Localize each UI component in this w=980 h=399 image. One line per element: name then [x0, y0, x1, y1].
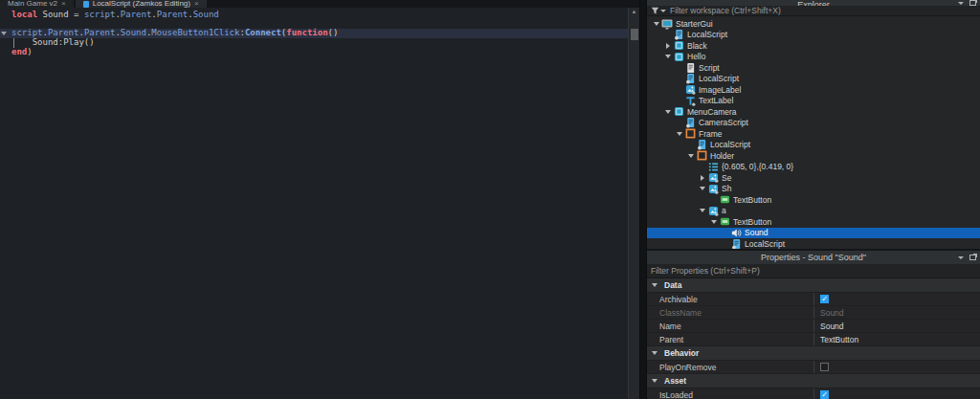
checkbox-unchecked[interactable] — [820, 363, 829, 371]
explorer-tree-item[interactable]: LocalScript — [647, 30, 980, 41]
tab-label: Main Game v2 — [8, 0, 57, 8]
tree-item-label: MenuCamera — [687, 107, 737, 117]
tree-item-label: TextLabel — [699, 96, 733, 105]
screengui-icon — [673, 40, 684, 52]
property-value[interactable]: Sound — [813, 320, 980, 332]
explorer-tree-item[interactable]: Hello — [647, 52, 980, 63]
filter-funnel-icon[interactable] — [651, 7, 666, 15]
explorer-tree-item[interactable]: CameraScript — [647, 118, 980, 129]
tree-item-label: StarterGui — [676, 19, 713, 29]
checkbox-checked[interactable]: ✓ — [820, 390, 829, 399]
explorer-tree-item[interactable]: TextLabel — [647, 96, 980, 107]
tree-item-label: LocalScript — [699, 74, 739, 83]
localscript-icon — [696, 139, 707, 150]
expander-open-icon[interactable] — [698, 187, 707, 190]
explorer-tree-item[interactable]: TextButton — [647, 194, 980, 206]
script-icon — [684, 62, 696, 74]
property-value: Sound — [813, 306, 980, 319]
checkbox-checked[interactable]: ✓ — [820, 295, 829, 303]
listlayout-icon — [707, 161, 719, 172]
scrollbar-up-icon[interactable]: ▲ — [629, 8, 639, 16]
property-section-header[interactable]: Behavior — [647, 346, 980, 361]
code-editor[interactable]: local Sound = script.Parent.Parent.Sound… — [0, 8, 639, 388]
tree-item-label: LocalScript — [687, 30, 727, 39]
chevron-down-icon[interactable] — [958, 256, 964, 259]
explorer-tree-item[interactable]: {0.605, 0},{0.419, 0} — [647, 162, 980, 173]
code-token: script — [11, 28, 43, 37]
explorer-title: Explorer — [797, 0, 830, 6]
code-token: local — [11, 10, 37, 19]
explorer-tree-item[interactable]: Se — [647, 172, 980, 184]
side-panels: Explorer Filter workspace (Ctrl+Shift+X)… — [647, 0, 980, 399]
property-value[interactable]: TextButton — [813, 333, 980, 345]
properties-header: Properties - Sound "Sound" — [647, 251, 980, 264]
tree-item-label: Se — [722, 173, 731, 183]
tree-item-label: TextButton — [733, 195, 771, 205]
expander-open-icon[interactable] — [709, 220, 719, 224]
frame-icon — [696, 150, 707, 162]
explorer-tree-item[interactable]: Script — [647, 62, 980, 74]
expander-open-icon[interactable] — [663, 55, 673, 58]
imagelabel-icon — [707, 172, 719, 184]
tab-close-icon[interactable]: × — [61, 0, 66, 8]
code-token: Connect — [245, 28, 281, 37]
properties-title: Properties - Sound "Sound" — [761, 253, 866, 262]
explorer-tree-item[interactable]: TextButton — [647, 216, 980, 228]
code-token: Parent — [121, 10, 152, 19]
property-row: ParentTextButton — [647, 333, 980, 346]
explorer-filter-placeholder: Filter workspace (Ctrl+Shift+X) — [670, 6, 781, 15]
fold-arrow-icon[interactable] — [1, 32, 7, 35]
expander-closed-icon[interactable] — [698, 175, 707, 181]
expander-open-icon[interactable] — [650, 283, 659, 287]
imagelabel-icon — [684, 84, 696, 96]
explorer-filter-input[interactable]: Filter workspace (Ctrl+Shift+X) — [647, 6, 980, 16]
property-section-header[interactable]: Data — [647, 278, 980, 293]
panel-splitter[interactable] — [639, 0, 647, 399]
code-line[interactable]: Sound:Play() — [0, 38, 628, 48]
property-section-header[interactable]: Asset — [647, 374, 980, 388]
expander-open-icon[interactable] — [686, 154, 696, 158]
tree-item-label: LocalScript — [745, 239, 785, 249]
explorer-tree-item[interactable]: ImageLabel — [647, 84, 980, 96]
explorer-tree-item[interactable]: StarterGui — [647, 18, 980, 30]
expander-open-icon[interactable] — [650, 379, 659, 383]
explorer-tree-item[interactable]: Black — [647, 40, 980, 52]
tree-item-label: Hello — [687, 52, 705, 61]
editor-scrollbar[interactable]: ▲ — [628, 8, 639, 399]
expander-open-icon[interactable] — [652, 22, 661, 26]
editor-tab[interactable]: Main Game v2× — [0, 0, 74, 8]
expander-open-icon[interactable] — [663, 110, 673, 114]
tree-item-label: Black — [687, 41, 707, 51]
popout-window-icon[interactable] — [969, 0, 976, 6]
popout-window-icon[interactable] — [969, 255, 976, 260]
screengui-icon — [673, 106, 684, 118]
explorer-tree-item[interactable]: Sound — [647, 228, 980, 239]
imagelabel-icon — [707, 205, 719, 216]
properties-filter-input[interactable]: Filter Properties (Ctrl+Shift+P) — [647, 264, 980, 278]
code-line[interactable]: end) — [0, 48, 628, 57]
chevron-down-icon[interactable] — [958, 2, 964, 5]
code-line[interactable]: local Sound = script.Parent.Parent.Sound — [0, 11, 628, 20]
tab-close-icon[interactable]: × — [194, 0, 199, 8]
explorer-tree-item[interactable]: Frame — [647, 128, 980, 140]
scrollbar-thumb[interactable] — [631, 29, 638, 40]
frame-icon — [684, 128, 696, 140]
explorer-tree-item[interactable]: Sh — [647, 184, 980, 195]
explorer-tree: StarterGuiLocalScriptBlackHelloScriptLoc… — [647, 16, 980, 249]
editor-tab[interactable]: LocalScript (Zamkos Editing)× — [76, 0, 207, 8]
tree-item-label: Script — [699, 63, 720, 73]
script-icon — [83, 1, 89, 8]
explorer-tree-item[interactable]: MenuCamera — [647, 106, 980, 118]
explorer-tree-item[interactable]: a — [647, 206, 980, 217]
tree-item-label: Holder — [710, 151, 734, 161]
explorer-tree-item[interactable]: LocalScript — [647, 74, 980, 85]
explorer-tree-item[interactable]: LocalScript — [647, 140, 980, 151]
property-row: ClassNameSound — [647, 306, 980, 320]
expander-closed-icon[interactable] — [663, 43, 673, 49]
code-token: Sound — [193, 10, 219, 19]
expander-open-icon[interactable] — [675, 132, 684, 136]
explorer-tree-item[interactable]: LocalScript — [647, 238, 980, 249]
expander-open-icon[interactable] — [650, 351, 659, 355]
expander-open-icon[interactable] — [698, 209, 707, 212]
explorer-tree-item[interactable]: Holder — [647, 150, 980, 162]
